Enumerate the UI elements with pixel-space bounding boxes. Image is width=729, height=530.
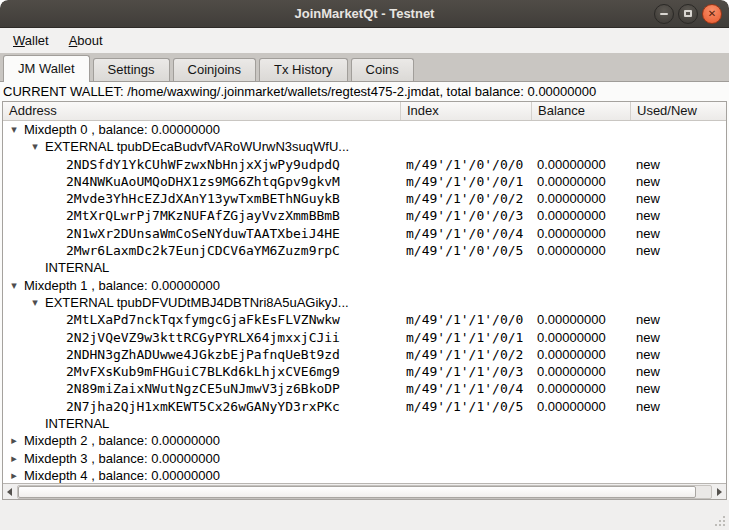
- close-icon: ✕: [708, 9, 716, 19]
- expander-icon[interactable]: ▾: [25, 138, 45, 155]
- status-cell: new: [630, 207, 726, 224]
- expander-icon[interactable]: ▸: [4, 467, 24, 483]
- column-header-balance[interactable]: Balance: [531, 102, 630, 120]
- table-row[interactable]: 2N89miZaixNWutNgzCE5uNJmwV3jz6BkoDP m/49…: [3, 380, 726, 397]
- maximize-button[interactable]: [678, 4, 698, 24]
- scroll-right-arrow-icon: [717, 488, 722, 496]
- row-label: 2N4NWKuAoUMQoDHX1zs9MG6ZhtqGpv9gkvM: [66, 173, 340, 190]
- column-header-address[interactable]: Address: [3, 102, 400, 120]
- row-label: 2MtXrQLwrPj7MKzNUFAfZGjayVvzXmmBBmB: [66, 207, 340, 224]
- expander-icon[interactable]: ▾: [4, 277, 24, 294]
- tab-settings[interactable]: Settings: [93, 58, 170, 81]
- status-cell: [630, 432, 726, 449]
- status-cell: new: [630, 173, 726, 190]
- status-cell: [630, 450, 726, 467]
- table-row[interactable]: ▾ Mixdepth 1 , balance: 0.00000000: [3, 277, 726, 294]
- index-cell: m/49'/1'/0'/0/3: [400, 207, 531, 224]
- balance-cell: [531, 415, 630, 432]
- balance-cell: 0.00000000: [531, 225, 630, 242]
- row-label: 2NDSfdY1YkCUhWFzwxNbHnjxXjwPy9udpdQ: [66, 156, 340, 173]
- expander-icon[interactable]: ▸: [4, 450, 24, 467]
- address-cell: ▾ Mixdepth 1 , balance: 0.00000000: [3, 277, 400, 294]
- table-row[interactable]: 2MtLXaPd7nckTqxfymgcGjaFkEsFLVZNwkw m/49…: [3, 311, 726, 328]
- menu-wallet[interactable]: Wallet: [4, 30, 58, 51]
- column-header-used-new[interactable]: Used/New: [630, 102, 726, 120]
- scrollbar-thumb[interactable]: [18, 486, 696, 498]
- expander-icon[interactable]: ▾: [25, 294, 45, 311]
- horizontal-scrollbar[interactable]: [3, 483, 726, 499]
- tab-coinjoins[interactable]: Coinjoins: [173, 58, 256, 81]
- balance-cell: 0.00000000: [531, 242, 630, 259]
- status-cell: new: [630, 190, 726, 207]
- index-cell: [400, 467, 531, 483]
- address-cell: INTERNAL: [3, 259, 400, 276]
- address-cell: 2N2jVQeVZ9w3kttRCGyPYRLX64jmxxjCJii: [3, 329, 400, 346]
- address-cell: 2N4NWKuAoUMQoDHX1zs9MG6ZhtqGpv9gkvM: [3, 173, 400, 190]
- table-row[interactable]: 2NDSfdY1YkCUhWFzwxNbHnjxXjwPy9udpdQ m/49…: [3, 156, 726, 173]
- table-row[interactable]: 2N7jha2QjH1xmKEWT5Cx26wGANyYD3rxPKc m/49…: [3, 398, 726, 415]
- balance-cell: 0.00000000: [531, 346, 630, 363]
- column-header-index[interactable]: Index: [400, 102, 531, 120]
- balance-cell: [531, 277, 630, 294]
- tab-coins[interactable]: Coins: [351, 58, 414, 81]
- status-cell: new: [630, 311, 726, 328]
- row-label: 2NDHN3gZhADUwwe4JGkzbEjPafnqUeBt9zd: [66, 346, 340, 363]
- minimize-button[interactable]: [654, 4, 674, 24]
- index-cell: m/49'/1'/1'/0/0: [400, 311, 531, 328]
- row-label: Mixdepth 1 , balance: 0.00000000: [24, 277, 220, 294]
- row-label: Mixdepth 0 , balance: 0.00000000: [24, 121, 220, 138]
- row-label: 2N7jha2QjH1xmKEWT5Cx26wGANyYD3rxPKc: [66, 398, 340, 415]
- balance-cell: 0.00000000: [531, 329, 630, 346]
- row-label: EXTERNAL tpubDEcaBudvfVARoWUrwN3suqWfU..…: [45, 138, 349, 155]
- address-cell: ▸ Mixdepth 3 , balance: 0.00000000: [3, 450, 400, 467]
- wallet-tab-pane: CURRENT WALLET: /home/waxwing/.joinmarke…: [0, 82, 729, 500]
- tree-body: ▾ Mixdepth 0 , balance: 0.00000000 ▾ EXT…: [3, 121, 726, 483]
- index-cell: m/49'/1'/1'/0/1: [400, 329, 531, 346]
- table-row[interactable]: 2N1wXr2DUnsaWmCoSeNYduwTAATXbeiJ4HE m/49…: [3, 225, 726, 242]
- table-row[interactable]: 2MtXrQLwrPj7MKzNUFAfZGjayVvzXmmBBmB m/49…: [3, 207, 726, 224]
- address-cell: 2MtLXaPd7nckTqxfymgcGjaFkEsFLVZNwkw: [3, 311, 400, 328]
- table-row[interactable]: ▾ Mixdepth 0 , balance: 0.00000000: [3, 121, 726, 138]
- table-row[interactable]: 2NDHN3gZhADUwwe4JGkzbEjPafnqUeBt9zd m/49…: [3, 346, 726, 363]
- tab-tx-history[interactable]: Tx History: [259, 58, 348, 81]
- table-row[interactable]: INTERNAL: [3, 415, 726, 432]
- scrollbar-track[interactable]: [17, 485, 712, 499]
- scroll-left-button[interactable]: [3, 485, 16, 499]
- table-row[interactable]: ▸ Mixdepth 3 , balance: 0.00000000: [3, 450, 726, 467]
- expander-icon[interactable]: ▾: [4, 121, 24, 138]
- table-row[interactable]: ▸ Mixdepth 4 , balance: 0.00000000: [3, 467, 726, 483]
- balance-cell: [531, 450, 630, 467]
- app-window: JoinMarketQt - Testnet ✕ Wallet About JM…: [0, 0, 729, 530]
- resize-grip-icon[interactable]: [712, 513, 726, 527]
- table-row[interactable]: 2N2jVQeVZ9w3kttRCGyPYRLX64jmxxjCJii m/49…: [3, 329, 726, 346]
- table-row[interactable]: ▾ EXTERNAL tpubDEcaBudvfVARoWUrwN3suqWfU…: [3, 138, 726, 155]
- tab-jm-wallet[interactable]: JM Wallet: [3, 55, 90, 82]
- row-label: INTERNAL: [45, 259, 109, 276]
- balance-cell: 0.00000000: [531, 173, 630, 190]
- table-row[interactable]: 2MvFXsKub9mFHGuiC7BLKd6kLhjxCVE6mg9 m/49…: [3, 363, 726, 380]
- table-row[interactable]: ▸ Mixdepth 2 , balance: 0.00000000: [3, 432, 726, 449]
- table-row[interactable]: 2Mvde3YhHcEZJdXAnY13ywTxmBEThNGuykB m/49…: [3, 190, 726, 207]
- wallet-tree: Address Index Balance Used/New ▾ Mixdept…: [2, 101, 727, 500]
- balance-cell: [531, 138, 630, 155]
- status-cell: [630, 138, 726, 155]
- close-button[interactable]: ✕: [702, 4, 722, 24]
- table-row[interactable]: 2Mwr6LaxmDc2k7EunjCDCV6aYM6Zuzm9rpC m/49…: [3, 242, 726, 259]
- expander-icon[interactable]: ▸: [4, 432, 24, 449]
- scroll-right-button[interactable]: [713, 485, 726, 499]
- table-row[interactable]: ▾ EXTERNAL tpubDFVUDtMBJ4DBTNri8A5uAGiky…: [3, 294, 726, 311]
- menu-about[interactable]: About: [60, 30, 112, 51]
- address-cell: 2N89miZaixNWutNgzCE5uNJmwV3jz6BkoDP: [3, 380, 400, 397]
- balance-cell: 0.00000000: [531, 398, 630, 415]
- minimize-icon: [660, 13, 668, 15]
- menubar: Wallet About: [0, 28, 729, 53]
- status-cell: new: [630, 156, 726, 173]
- index-cell: [400, 294, 531, 311]
- table-row[interactable]: 2N4NWKuAoUMQoDHX1zs9MG6ZhtqGpv9gkvM m/49…: [3, 173, 726, 190]
- status-cell: new: [630, 363, 726, 380]
- address-cell: 2MvFXsKub9mFHGuiC7BLKd6kLhjxCVE6mg9: [3, 363, 400, 380]
- index-cell: [400, 277, 531, 294]
- row-label: 2N1wXr2DUnsaWmCoSeNYduwTAATXbeiJ4HE: [66, 225, 340, 242]
- address-cell: ▾ Mixdepth 0 , balance: 0.00000000: [3, 121, 400, 138]
- table-row[interactable]: INTERNAL: [3, 259, 726, 276]
